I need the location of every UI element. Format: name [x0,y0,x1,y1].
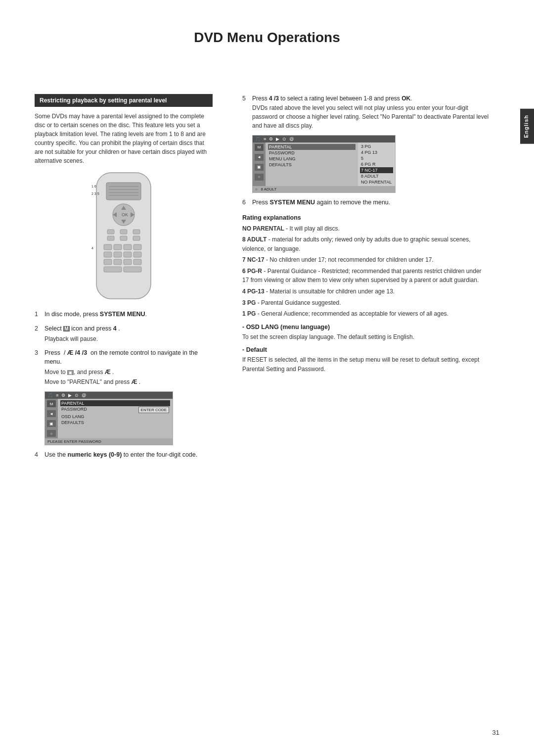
svg-rect-21 [104,244,112,250]
osd-screen-1: 🎵 ≡ ⚙ ▶ ⊙ @ M ◄ ▣ ○ PARENTAL PASSWORD EN… [44,391,173,445]
svg-rect-18 [120,236,127,240]
svg-rect-23 [124,244,132,250]
default-header: - Default [242,346,490,353]
svg-rect-33 [104,267,122,272]
svg-rect-26 [114,252,122,257]
steps-list: 1 In disc mode, press SYSTEM MENU. 2 Sel… [35,310,213,386]
osd-lang-text: To set the screen display language. The … [242,332,490,342]
rating-explanations: Rating explanations NO PARENTAL - It wil… [242,214,490,319]
language-tab: English [520,109,534,144]
page-number: 31 [492,729,499,736]
svg-rect-29 [104,259,112,265]
svg-rect-15 [120,230,127,234]
svg-rect-30 [114,259,122,265]
svg-rect-32 [134,259,141,265]
svg-rect-17 [107,236,114,240]
rating-7-nc17: 7 NC-17 - No children under 17; not reco… [242,255,490,265]
step-6: 6 Press SYSTEM MENU again to remove the … [242,198,490,207]
svg-rect-27 [124,252,132,257]
osd-lang-header: - OSD LANG (menu language) [242,324,490,331]
svg-text:1 6: 1 6 [91,185,96,188]
step-1: 1 In disc mode, press SYSTEM MENU. [35,310,213,319]
svg-rect-14 [107,230,114,234]
rating-no-parental: NO PARENTAL - It will play all discs. [242,224,490,234]
rating-4-pg13: 4 PG-13 - Material is unsuitable for chi… [242,287,490,296]
svg-rect-25 [104,252,112,257]
svg-text:4: 4 [91,246,93,250]
page-title: DVD Menu Operations [0,30,534,46]
svg-text:OK: OK [122,212,128,217]
svg-rect-1 [106,183,141,200]
step-5: 5 Press 4 /3 to select a rating level be… [242,94,490,130]
rating-8-adult: 8 ADULT - material for adults only; riew… [242,235,490,253]
rating-header: Rating explanations [242,214,490,221]
svg-rect-34 [124,267,141,272]
step-4: 4 Use the numeric keys (0-9) to enter th… [35,450,213,460]
svg-rect-24 [134,244,141,250]
step-2: 2 Select M icon and press 4 . Playback w… [35,324,213,343]
svg-text:2 3 5: 2 3 5 [91,192,99,195]
default-text: If RESET is selected, all the items in t… [242,355,490,374]
svg-rect-22 [114,244,122,250]
svg-rect-28 [134,252,141,257]
svg-rect-31 [124,259,132,265]
rating-1-pg: 1 PG - General Audience; recommended as … [242,309,490,319]
osd-lang-section: - OSD LANG (menu language) To set the sc… [242,324,490,342]
rating-3-pg: 3 PG - Parental Guidance suggested. [242,298,490,308]
section-header: Restricting playback by setting parental… [35,94,213,107]
intro-text: Some DVDs may have a parental level assi… [35,112,213,165]
svg-rect-19 [133,236,140,240]
svg-rect-16 [133,230,140,234]
remote-diagram: 1 6 2 3 5 OK 4 [77,170,171,304]
osd-screen-2: 🎵 ≡ ⚙ ▶ ⊙ @ M ◄ ▣ ○ PARENTAL PASSWORD [252,135,396,193]
step4-list: 4 Use the numeric keys (0-9) to enter th… [35,450,213,460]
rating-6-pgr: 6 PG-R - Parental Guidance - Restricted;… [242,267,490,285]
default-section: - Default If RESET is selected, all the … [242,346,490,374]
step-3: 3 Press / Æ /4 /3 on the remote control … [35,348,213,387]
